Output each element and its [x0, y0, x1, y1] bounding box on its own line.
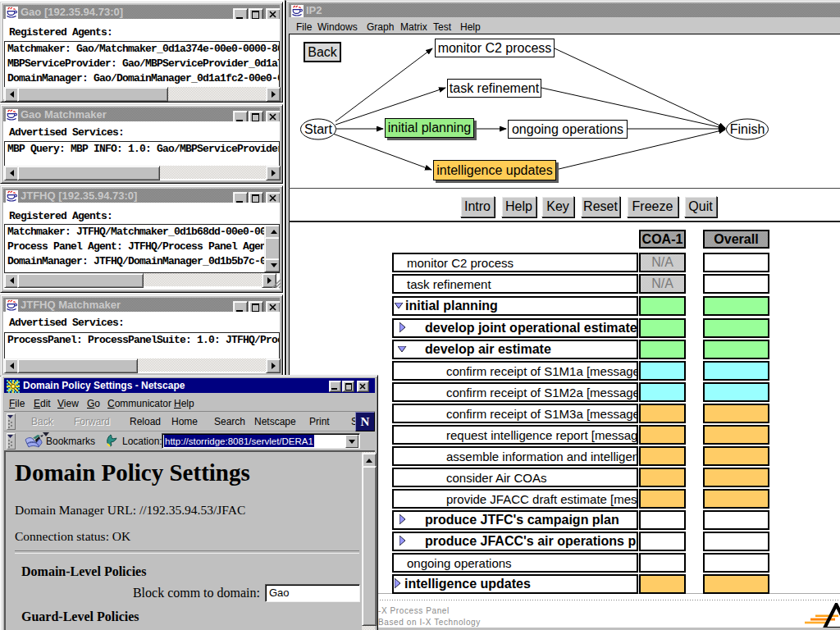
svg-text:Finish: Finish [730, 122, 765, 136]
svg-text:Start: Start [304, 122, 332, 136]
